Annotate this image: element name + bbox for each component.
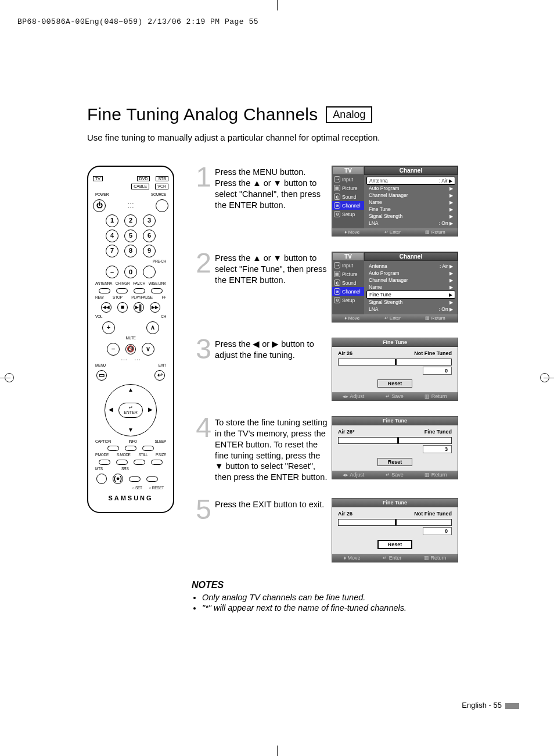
foot-return: ▥ Return (425, 393, 447, 399)
source-button (156, 199, 168, 212)
foot-move: ♦ Move (344, 316, 359, 321)
step-text: Press the ◀ or ▶ button to adjust the fi… (215, 338, 328, 361)
foot-move: ♦ Move (343, 555, 360, 561)
foot-return: ▥ Return (425, 316, 445, 321)
ft-title: Fine Tune (332, 338, 458, 347)
foot-save: ↵ Save (386, 393, 404, 399)
left-arrow-icon: ◀ (109, 407, 113, 413)
osd-item-finetune-hl: Fine Tune▶ (366, 291, 455, 299)
pill-smode (116, 460, 128, 465)
remote-cable-button: CABLE (131, 184, 149, 189)
osd-side-input: ⇢Input (332, 261, 364, 270)
osd-item-autoprog: Auto Program▶ (366, 270, 455, 277)
osd-item-chmgr: Channel Manager▶ (366, 277, 455, 284)
pill-still (134, 460, 145, 465)
step-text: Press the MENU button. Press the ▲ or ▼ … (215, 166, 328, 210)
note-item: Only analog TV channels can be fine tune… (202, 593, 505, 602)
pill-info (125, 446, 136, 451)
stop-icon: ■ (117, 302, 128, 313)
foot-adjust: ◂▸ Adjust (343, 472, 364, 478)
ft-slider (338, 437, 452, 444)
pill-caption (107, 446, 119, 451)
ft-channel: Air 26* (338, 429, 355, 435)
osd-side-setup: ⚙Setup (332, 296, 364, 304)
caption-label: CAPTION (95, 440, 111, 444)
sound-icon: ◐ (334, 280, 340, 286)
crop-mark-bottom (277, 746, 278, 756)
reset-label: ○ RESET (149, 486, 164, 490)
step-text: To store the fine tuning setting in the … (215, 416, 328, 483)
prech-button (143, 266, 156, 278)
ch-label: CH (161, 315, 166, 319)
registration-mark-left (5, 373, 14, 382)
remote-stb-button: STB (156, 176, 168, 181)
ft-slider (338, 519, 452, 526)
pill-1 (99, 288, 110, 293)
osd-item-sigstr: Signal Strength▶ (366, 299, 455, 306)
foot-enter: ↵ Enter (384, 316, 401, 321)
ff-icon: ▸▸ (150, 302, 160, 313)
step-text: Press the EXIT button to exit. (215, 498, 328, 510)
lead-text: Use fine tuning to manually adjust a par… (87, 132, 505, 142)
srs-button: (●) (113, 474, 123, 484)
osd-side-channel: ※Channel (332, 287, 364, 296)
ft-value: 0 (423, 527, 452, 535)
pill-2 (116, 288, 128, 293)
step-text: Press the ▲ or ▼ button to select "Fine … (215, 252, 328, 286)
osd-side-sound: ◐Sound (332, 278, 364, 287)
remote-vcr-button: VCR (155, 184, 168, 189)
page-number: English - 55 (462, 701, 502, 710)
ft-status: Fine Tuned (425, 429, 452, 435)
step-3: 3 Press the ◀ or ▶ button to adjust the … (192, 338, 505, 401)
setup-icon: ⚙ (334, 211, 340, 217)
sleep-label: SLEEP (155, 440, 166, 444)
source-label: SOURCE (151, 193, 166, 197)
osd-item-finetune: Fine Tune▶ (366, 206, 455, 213)
ft-status: Not Fine Tuned (414, 350, 452, 356)
remote-dvd-button: DVD (137, 176, 150, 181)
osd-side-picture: ▦Picture (332, 184, 364, 192)
key-dash: – (106, 266, 118, 278)
menu-button-icon: ▭ (96, 370, 107, 381)
osd-item-name: Name▶ (366, 284, 455, 291)
foot-return: ▥ Return (425, 230, 445, 235)
analog-badge: Analog (326, 106, 372, 123)
play-label: PLAY/PAUSE (131, 296, 153, 300)
osd-item-antenna: Antenna: Air ▶ (366, 263, 455, 270)
ft-slider-mark (395, 519, 397, 525)
page-footer: English - 55 (462, 701, 519, 710)
osd-item-name: Name▶ (366, 199, 455, 206)
ft-value: 3 (423, 445, 452, 453)
down-arrow-icon: ▼ (128, 427, 134, 433)
prech-label: PRE-CH (153, 260, 166, 264)
foot-move: ♦ Move (344, 230, 359, 235)
footer-bar-icon (505, 703, 519, 709)
osd-finetune-4: Fine Tune Air 26*Fine Tuned 3 Reset ◂▸ A… (332, 416, 458, 479)
picture-icon: ▦ (334, 185, 340, 191)
ch-up-icon: ∧ (146, 321, 159, 334)
ft-channel: Air 26 (338, 350, 352, 356)
ft-reset-button: Reset (377, 379, 412, 388)
pill-pmode (99, 460, 110, 465)
up-arrow-icon: ▲ (128, 387, 134, 393)
mute-label: MUTE (93, 336, 168, 341)
mute-icon: 🔇 (125, 344, 136, 354)
osd-tab-channel: Channel (364, 166, 458, 175)
antenna-label: ANTENNA (95, 282, 112, 286)
osd-side: ⇢Input ▦Picture ◐Sound ※Channel ⚙Setup (332, 175, 364, 228)
input-icon: ⇢ (334, 262, 340, 268)
osd-items: Antenna: Air ▶ Auto Program▶ Channel Man… (364, 175, 458, 228)
foot-save: ↵ Save (386, 472, 404, 478)
key-2: 2 (124, 214, 137, 227)
osd-finetune-3: Fine Tune Air 26Not Fine Tuned 0 Reset ◂… (332, 338, 458, 401)
still-label: STILL (138, 453, 148, 457)
osd-item-antenna: Antenna: Air ▶ (366, 177, 455, 185)
note-item: "*" will appear next to the name of fine… (202, 603, 505, 612)
page-title: Fine Tuning Analog Channels (87, 105, 318, 124)
foot-return: ▥ Return (424, 555, 447, 561)
step-5: 5 Press the EXIT button to exit. Fine Tu… (192, 498, 505, 562)
key-8: 8 (124, 245, 137, 257)
input-icon: ⇢ (334, 176, 340, 182)
exit-button-icon: ↩ (154, 370, 165, 381)
smode-label: S.MODE (117, 453, 131, 457)
